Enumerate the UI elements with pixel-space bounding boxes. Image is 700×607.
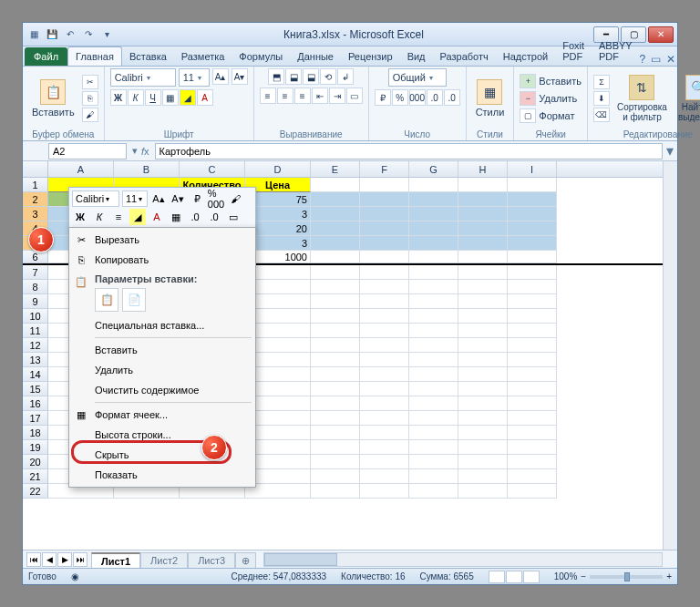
cell[interactable]: [458, 426, 508, 440]
row-header[interactable]: 1: [23, 178, 48, 192]
cell[interactable]: [508, 411, 557, 426]
formula-input[interactable]: Картофель: [155, 143, 663, 159]
cell[interactable]: [409, 353, 458, 367]
cell[interactable]: [409, 484, 458, 499]
cell[interactable]: [458, 338, 508, 353]
column-header-G[interactable]: G: [409, 161, 458, 177]
sheet-tab-2[interactable]: Лист2: [140, 552, 188, 568]
cell[interactable]: [458, 236, 508, 251]
cell[interactable]: [360, 221, 409, 236]
cell[interactable]: [508, 338, 557, 353]
cell[interactable]: [508, 484, 557, 499]
hscroll-thumb[interactable]: [264, 553, 337, 566]
cell[interactable]: [360, 207, 409, 221]
row-header[interactable]: 14: [23, 367, 48, 382]
row-header[interactable]: 22: [23, 484, 48, 499]
cell[interactable]: [311, 294, 360, 309]
tab-foxit[interactable]: Foxit PDF: [555, 36, 592, 66]
mini-font-combo[interactable]: Calibri▾: [72, 190, 119, 207]
row-header[interactable]: 7: [23, 265, 48, 280]
cell[interactable]: [409, 236, 458, 251]
ctx-cut[interactable]: ✂Вырезать: [69, 230, 255, 250]
align-top-icon[interactable]: ⬒: [268, 68, 284, 85]
cell[interactable]: [311, 469, 360, 484]
cell[interactable]: [311, 324, 360, 338]
column-header-I[interactable]: I: [508, 161, 557, 177]
row-header[interactable]: 16: [23, 396, 48, 411]
normal-view-icon[interactable]: [489, 571, 505, 583]
mini-align-icon[interactable]: ≡: [110, 209, 127, 225]
font-color-icon[interactable]: A: [197, 89, 213, 106]
qat-dropdown-icon[interactable]: ▾: [99, 27, 114, 42]
cell[interactable]: [458, 221, 508, 236]
cell[interactable]: [360, 280, 409, 294]
cell[interactable]: [311, 221, 360, 236]
close-workbook-icon[interactable]: ✕: [666, 53, 675, 66]
row-header[interactable]: 8: [23, 280, 48, 294]
help-icon[interactable]: ?: [640, 53, 646, 66]
cell[interactable]: [360, 178, 409, 192]
align-middle-icon[interactable]: ⬓: [285, 68, 302, 85]
mini-fill-color-icon[interactable]: ◢: [129, 209, 146, 225]
sheet-nav-prev-icon[interactable]: ◀: [42, 552, 57, 567]
cell[interactable]: [458, 192, 508, 207]
cell[interactable]: [409, 280, 458, 294]
zoom-thumb[interactable]: [624, 572, 630, 581]
zoom-out-icon[interactable]: −: [581, 571, 586, 581]
tab-view[interactable]: Вид: [400, 47, 433, 66]
tab-insert[interactable]: Вставка: [122, 47, 174, 66]
row-header[interactable]: 13: [23, 353, 48, 367]
cell[interactable]: [311, 251, 360, 263]
page-break-view-icon[interactable]: [523, 571, 540, 583]
paste-option-1-icon[interactable]: 📋: [95, 288, 118, 312]
cell[interactable]: [360, 426, 409, 440]
cell[interactable]: [311, 236, 360, 251]
cell[interactable]: [311, 280, 360, 294]
mini-grow-font-icon[interactable]: A▴: [150, 190, 167, 207]
cell[interactable]: [360, 440, 409, 455]
row-header[interactable]: 2: [23, 192, 48, 207]
format-cells-button[interactable]: ▢Формат: [520, 108, 582, 123]
file-tab[interactable]: Файл: [25, 47, 67, 66]
cell[interactable]: [458, 440, 508, 455]
cell[interactable]: [360, 484, 409, 499]
save-icon[interactable]: 💾: [45, 27, 59, 42]
row-header[interactable]: 10: [23, 309, 48, 324]
ctx-paste-special[interactable]: Специальная вставка...: [69, 315, 255, 335]
fill-icon[interactable]: ⬇: [593, 91, 610, 106]
cell[interactable]: [311, 411, 360, 426]
cell[interactable]: [508, 192, 557, 207]
cell[interactable]: [409, 411, 458, 426]
fill-color-icon[interactable]: ◢: [180, 89, 196, 106]
cell[interactable]: [311, 455, 360, 469]
increase-indent-icon[interactable]: ⇥: [329, 87, 345, 104]
insert-cells-button[interactable]: +Вставить: [520, 74, 582, 88]
cell[interactable]: [458, 178, 508, 192]
cell[interactable]: [409, 221, 458, 236]
cell[interactable]: [508, 469, 557, 484]
cell[interactable]: [458, 396, 508, 411]
cell[interactable]: [360, 411, 409, 426]
cell[interactable]: [508, 251, 557, 263]
cell[interactable]: [508, 440, 557, 455]
find-select-button[interactable]: 🔍 Найти и выделить: [674, 73, 700, 124]
ctx-format-cells[interactable]: ▦Формат ячеек...: [69, 405, 255, 425]
cell[interactable]: [458, 251, 508, 263]
cell[interactable]: [508, 309, 557, 324]
mini-currency-icon[interactable]: ₽: [189, 190, 205, 207]
sort-filter-button[interactable]: ⇅ Сортировка и фильтр: [613, 73, 671, 124]
mini-border-icon[interactable]: ▦: [168, 209, 184, 225]
sheet-tab-3[interactable]: Лист3: [188, 552, 235, 568]
cell[interactable]: [508, 265, 557, 280]
paste-option-2-icon[interactable]: 📄: [122, 288, 146, 312]
cell[interactable]: [458, 265, 508, 280]
border-icon[interactable]: ▦: [162, 89, 179, 106]
cell[interactable]: [409, 309, 458, 324]
cell[interactable]: [311, 353, 360, 367]
row-header[interactable]: 11: [23, 324, 48, 338]
cell[interactable]: [409, 367, 458, 382]
decrease-indent-icon[interactable]: ⇤: [312, 87, 328, 104]
ctx-delete[interactable]: Удалить: [69, 360, 255, 380]
cell[interactable]: [409, 469, 458, 484]
decrease-decimal-icon[interactable]: .0: [444, 89, 460, 106]
